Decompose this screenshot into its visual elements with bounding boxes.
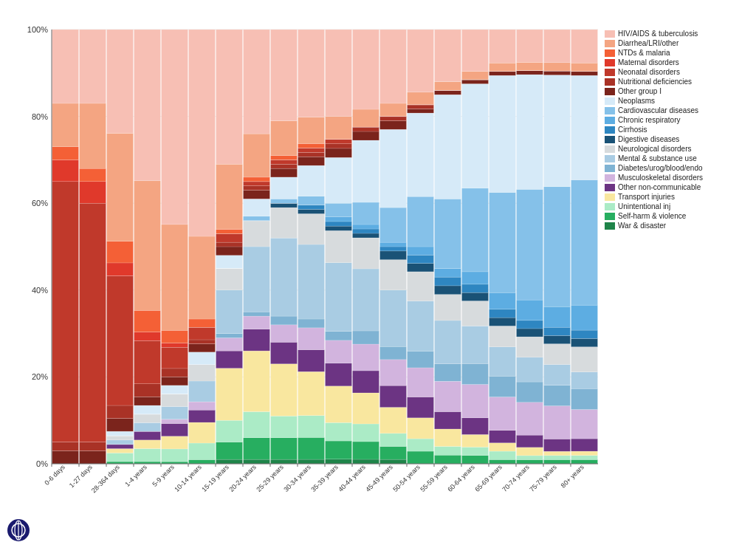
legend-label: Nutritional deficiencies <box>618 78 692 86</box>
legend-item: War & disaster <box>605 222 752 230</box>
legend-item: Neonatal disorders <box>605 68 752 76</box>
legend-item: Unintentional inj <box>605 202 752 210</box>
legend-label: Other non-communicable <box>618 183 701 191</box>
legend-item: Mental & substance use <box>605 154 752 162</box>
legend-color-box <box>605 155 615 162</box>
legend-label: Other group I <box>618 87 662 95</box>
chart-container: HIV/AIDS & tuberculosisDiarrhea/LRI/othe… <box>0 0 756 545</box>
logo-area <box>7 519 32 541</box>
legend-color-box <box>605 203 615 210</box>
legend-color-box <box>605 59 615 66</box>
legend-color-box <box>605 184 615 191</box>
legend-label: Diarrhea/LRI/other <box>618 39 678 47</box>
legend-color-box <box>605 165 615 172</box>
legend-item: Maternal disorders <box>605 58 752 66</box>
legend-color-box <box>605 136 615 143</box>
legend-item: Cirrhosis <box>605 126 752 134</box>
legend-label: HIV/AIDS & tuberculosis <box>618 30 698 38</box>
legend-item: Transport injuries <box>605 193 752 201</box>
legend-color-box <box>605 40 615 47</box>
legend-color-box <box>605 49 615 57</box>
legend-label: Neonatal disorders <box>618 68 680 76</box>
legend-color-box <box>605 213 615 220</box>
legend-color-box <box>605 117 615 124</box>
legend-label: Unintentional inj <box>618 202 670 210</box>
legend-item: Diabetes/urog/blood/endo <box>605 164 752 172</box>
legend-color-box <box>605 69 615 76</box>
logo-icon <box>7 519 30 541</box>
legend-item: Chronic respiratory <box>605 116 752 124</box>
legend-label: Neurological disorders <box>618 145 692 153</box>
legend-label: Neoplasms <box>618 97 655 105</box>
legend-label: Digestive diseases <box>618 135 679 143</box>
legend-color-box <box>605 107 615 114</box>
legend-color-box <box>605 30 615 38</box>
legend-label: Maternal disorders <box>618 58 679 66</box>
legend-label: Musculoskeletal disorders <box>618 174 703 182</box>
legend-item: Cardiovascular diseases <box>605 106 752 114</box>
legend: HIV/AIDS & tuberculosisDiarrhea/LRI/othe… <box>605 30 752 230</box>
legend-label: Mental & substance use <box>618 154 697 162</box>
legend-label: Transport injuries <box>618 193 675 201</box>
legend-color-box <box>605 174 615 182</box>
legend-item: Neoplasms <box>605 97 752 105</box>
legend-label: War & disaster <box>618 222 666 230</box>
legend-label: NTDs & malaria <box>618 49 670 57</box>
legend-item: NTDs & malaria <box>605 49 752 57</box>
legend-color-box <box>605 97 615 105</box>
legend-label: Chronic respiratory <box>618 116 680 124</box>
legend-item: Neurological disorders <box>605 145 752 153</box>
legend-item: Nutritional deficiencies <box>605 78 752 86</box>
legend-item: Other group I <box>605 87 752 95</box>
legend-item: Diarrhea/LRI/other <box>605 39 752 47</box>
legend-item: HIV/AIDS & tuberculosis <box>605 30 752 38</box>
legend-color-box <box>605 222 615 230</box>
legend-item: Musculoskeletal disorders <box>605 174 752 182</box>
legend-label: Diabetes/urog/blood/endo <box>618 164 703 172</box>
legend-item: Other non-communicable <box>605 183 752 191</box>
legend-color-box <box>605 78 615 86</box>
legend-color-box <box>605 193 615 201</box>
legend-label: Cirrhosis <box>618 126 647 134</box>
legend-color-box <box>605 126 615 134</box>
legend-item: Digestive diseases <box>605 135 752 143</box>
legend-label: Self-harm & violence <box>618 212 686 220</box>
legend-color-box <box>605 88 615 95</box>
legend-color-box <box>605 145 615 153</box>
legend-label: Cardiovascular diseases <box>618 106 698 114</box>
legend-item: Self-harm & violence <box>605 212 752 220</box>
